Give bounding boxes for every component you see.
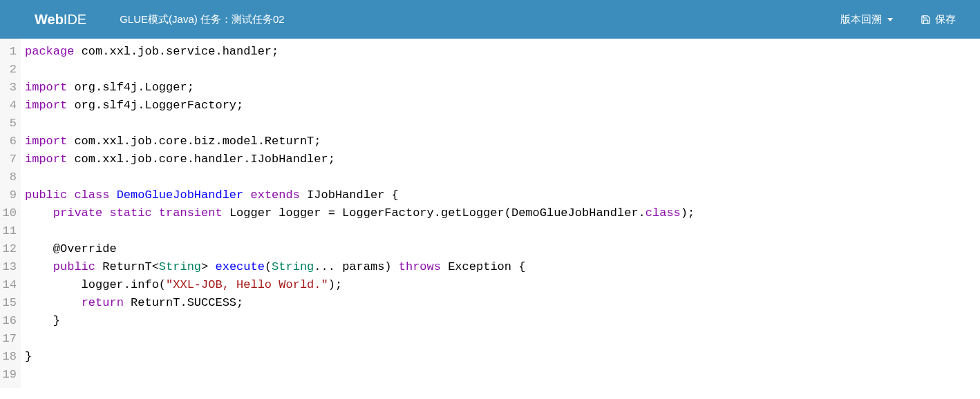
line-number: 9 [0,186,18,204]
line-number: 12 [0,240,18,258]
version-rollback-label: 版本回溯 [840,13,882,26]
code-line[interactable] [25,61,695,79]
code-line[interactable]: import org.slf4j.LoggerFactory; [25,97,695,115]
brand-logo: WebIDE [14,12,107,28]
save-button[interactable]: 保存 [921,13,956,26]
code-area[interactable]: package com.xxl.job.service.handler; imp… [21,39,695,388]
line-number: 3 [0,79,18,97]
code-editor[interactable]: 12345678910111213141516171819 package co… [0,39,980,388]
code-line[interactable] [25,168,695,186]
brand-bold: Web [35,12,64,27]
line-number: 15 [0,294,18,312]
code-line[interactable]: import com.xxl.job.core.biz.model.Return… [25,133,695,150]
line-number: 10 [0,204,18,222]
nav-actions: 版本回溯 保存 [840,13,966,26]
save-icon [921,14,931,25]
line-number: 16 [0,312,18,330]
code-line[interactable]: return ReturnT.SUCCESS; [25,294,695,312]
line-number: 2 [0,61,18,79]
code-line[interactable] [25,115,695,133]
code-line[interactable]: @Override [25,240,695,258]
line-number: 8 [0,168,18,186]
code-line[interactable]: import org.slf4j.Logger; [25,79,695,97]
code-line[interactable]: public ReturnT<String> execute(String...… [25,258,695,276]
line-number: 18 [0,348,18,366]
save-label: 保存 [935,13,956,26]
code-line[interactable] [25,366,695,384]
code-line[interactable] [25,222,695,240]
code-line[interactable]: import com.xxl.job.core.handler.IJobHand… [25,150,695,168]
line-number: 4 [0,97,18,115]
code-line[interactable]: } [25,312,695,330]
version-rollback-button[interactable]: 版本回溯 [840,13,893,26]
line-number: 13 [0,258,18,276]
code-line[interactable]: } [25,348,695,366]
code-line[interactable]: package com.xxl.job.service.handler; [25,43,695,61]
navbar: WebIDE GLUE模式(Java) 任务：测试任务02 版本回溯 保存 [0,0,980,39]
code-line[interactable]: logger.info("XXL-JOB, Hello World."); [25,276,695,294]
line-number: 1 [0,43,18,61]
chevron-down-icon [887,18,893,21]
line-number: 6 [0,133,18,150]
line-number: 11 [0,222,18,240]
line-number-gutter: 12345678910111213141516171819 [0,39,21,388]
line-number: 14 [0,276,18,294]
code-line[interactable] [25,330,695,348]
line-number: 19 [0,366,18,384]
mode-info: GLUE模式(Java) 任务：测试任务02 [107,13,284,26]
code-line[interactable]: private static transient Logger logger =… [25,204,695,222]
code-line[interactable]: public class DemoGlueJobHandler extends … [25,186,695,204]
line-number: 5 [0,115,18,133]
line-number: 7 [0,150,18,168]
line-number: 17 [0,330,18,348]
brand-light: IDE [64,12,86,27]
